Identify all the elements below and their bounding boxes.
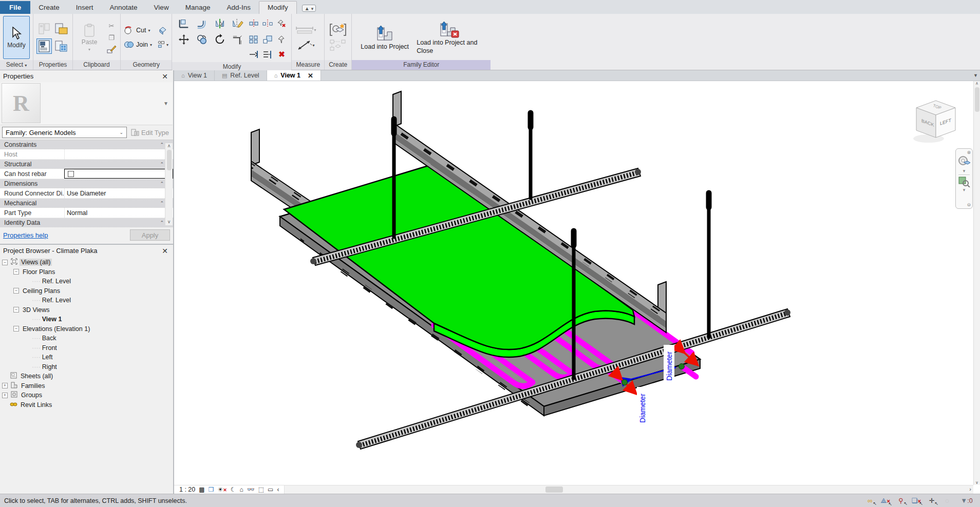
can-host-rebar-checkbox[interactable] <box>64 169 173 179</box>
tree-item-3d-views[interactable]: −3D Views <box>0 305 173 315</box>
family-category-icon[interactable] <box>36 21 52 36</box>
select-links-icon[interactable]: ∞↖ <box>865 497 875 504</box>
zoom-tool-icon[interactable] <box>958 176 970 187</box>
tree-item-back[interactable]: ····Back <box>0 334 173 343</box>
tree-item-ref-level-2[interactable]: ····Ref. Level <box>0 296 173 305</box>
view-tab-view1-active[interactable]: ⌂ View 1 ✕ <box>267 70 321 81</box>
load-into-project-button[interactable]: Load into Project <box>360 23 409 51</box>
select-by-face-icon[interactable]: ❏✕↖ <box>911 497 921 504</box>
panel-label-select[interactable]: Select ▾ <box>0 60 33 70</box>
project-browser-close-icon[interactable]: ✕ <box>160 247 170 255</box>
offset-icon[interactable] <box>196 18 208 29</box>
horizontal-scroll-thumb[interactable] <box>545 486 563 493</box>
crop-view-icon[interactable]: ⌂ <box>239 486 243 493</box>
match-type-brush-icon[interactable] <box>106 44 117 54</box>
edit-type-button[interactable]: Edit Type <box>129 129 171 136</box>
move-icon[interactable] <box>178 34 190 45</box>
view-tab-view1-inactive[interactable]: ⌂ View 1 <box>174 70 215 81</box>
copy-icon[interactable] <box>196 34 208 45</box>
view-scale[interactable]: 1 : 20 <box>179 486 195 493</box>
join-geometry-button[interactable]: Join▾ <box>124 40 152 49</box>
navigation-bar[interactable]: ⊗ ▾ ▾ ⊖ <box>955 148 973 209</box>
viewcube[interactable]: TOP BACK LEFT <box>909 96 966 148</box>
drag-on-selection-icon[interactable]: ✛↖ <box>927 497 937 504</box>
vertical-scrollbar[interactable]: ∧ ∨ <box>973 81 980 485</box>
reveal-constraints-icon[interactable]: ▭ <box>268 486 273 493</box>
collapse-control-bar-icon[interactable]: ‹ <box>277 486 279 493</box>
trim-extend-multiple-icon[interactable] <box>262 49 273 60</box>
select-underlay-icon[interactable]: ⟁✕↖ <box>880 497 891 505</box>
paint-geometry-icon[interactable] <box>157 25 168 35</box>
tab-manage[interactable]: Manage <box>177 2 219 14</box>
group-header[interactable]: Constraints <box>0 141 64 148</box>
cope-geometry-icon[interactable]: ▾ <box>157 40 168 50</box>
properties-help-link[interactable]: Properties help <box>3 231 48 239</box>
select-pinned-icon[interactable]: ⚲↖ <box>896 497 906 504</box>
tree-item-left[interactable]: ····Left <box>0 353 173 362</box>
tree-item-views-all[interactable]: −Views (all) <box>0 258 173 267</box>
properties-palette-icon[interactable] <box>36 38 52 54</box>
view-tab-list-icon[interactable]: ▼ <box>973 70 980 81</box>
view-tab-ref-level[interactable]: ▤ Ref. Level <box>215 70 267 81</box>
trim-extend-single-icon[interactable] <box>248 49 259 60</box>
create-similar-icon[interactable] <box>328 25 348 35</box>
scroll-down-icon[interactable]: ∨ <box>975 480 978 485</box>
copy-to-clipboard-icon[interactable]: ❐ <box>106 32 117 43</box>
group-header[interactable]: Structural <box>0 161 64 168</box>
tab-create[interactable]: Create <box>30 2 68 14</box>
tree-item-right[interactable]: ····Right <box>0 362 173 372</box>
mirror-draw-axis-icon[interactable] <box>232 18 243 29</box>
tree-item-floor-plans[interactable]: −Floor Plans <box>0 267 173 277</box>
tab-annotate[interactable]: Annotate <box>102 2 146 14</box>
group-header[interactable]: Dimensions <box>0 180 64 187</box>
scroll-up-icon[interactable]: ∧ <box>975 81 978 86</box>
family-types-icon[interactable] <box>54 38 69 54</box>
tree-item-view-1[interactable]: ····View 1 <box>0 315 173 324</box>
paste-button[interactable]: Paste ▾ <box>76 16 103 59</box>
param-value[interactable]: Normal <box>64 208 173 218</box>
tree-item-ceiling-plans[interactable]: −Ceiling Plans <box>0 286 173 296</box>
split-with-gap-icon[interactable] <box>262 18 273 29</box>
tree-item-elevations[interactable]: −Elevations (Elevation 1) <box>0 324 173 334</box>
tab-insert[interactable]: Insert <box>68 2 102 14</box>
properties-scrollbar[interactable]: ∧∨ <box>165 143 173 225</box>
navbar-close-icon[interactable]: ⊗ <box>967 150 972 155</box>
split-element-icon[interactable] <box>248 18 259 29</box>
load-into-project-close-button[interactable]: Load into Project and Close <box>417 18 482 55</box>
visual-style-icon[interactable]: ❒ <box>209 486 214 493</box>
tree-item-groups[interactable]: +Groups <box>0 391 173 400</box>
group-header[interactable]: Identity Data <box>0 219 64 226</box>
scale-icon[interactable] <box>262 34 273 45</box>
family-category-folder-icon[interactable] <box>54 21 69 36</box>
measure-between-references-icon[interactable]: ▾ <box>295 25 316 35</box>
sun-path-icon[interactable]: ☀✕ <box>217 486 227 493</box>
tab-file[interactable]: File <box>0 1 30 14</box>
tree-item-ref-level[interactable]: ····Ref. Level <box>0 277 173 286</box>
group-header[interactable]: Mechanical <box>0 200 64 207</box>
tree-item-families[interactable]: +Families <box>0 381 173 391</box>
cut-scissors-icon[interactable]: ✂ <box>106 21 117 31</box>
tree-item-front[interactable]: ····Front <box>0 343 173 353</box>
delete-icon[interactable]: ✖ <box>276 49 287 60</box>
shadows-icon[interactable]: ☾ <box>231 486 236 493</box>
selection-filter-icon[interactable]: ▼:0 <box>957 497 976 504</box>
pin-icon[interactable] <box>276 34 287 45</box>
create-group-icon[interactable] <box>328 40 348 50</box>
align-icon[interactable] <box>178 18 190 29</box>
family-3d-model[interactable]: Diameter Diameter <box>174 81 972 455</box>
ribbon-display-toggle[interactable]: ▲▾ <box>302 5 316 12</box>
mirror-pick-axis-icon[interactable] <box>214 18 225 29</box>
detail-level-icon[interactable]: ▩ <box>199 486 204 493</box>
cut-geometry-button[interactable]: Cut▾ <box>124 26 150 35</box>
close-view-icon[interactable]: ✕ <box>308 72 313 80</box>
tree-item-sheets[interactable]: Sheets (all) <box>0 372 173 381</box>
properties-close-icon[interactable]: ✕ <box>160 72 170 81</box>
param-value[interactable] <box>64 149 173 159</box>
preview-dropdown-icon[interactable]: ▼ <box>163 101 173 106</box>
diameter-label-2[interactable]: Diameter <box>664 345 674 382</box>
apply-button[interactable]: Apply <box>130 229 170 241</box>
aligned-dimension-icon[interactable]: ▾ <box>295 40 316 50</box>
modify-tool-button[interactable]: Modify <box>3 16 30 59</box>
navbar-expand-icon[interactable]: ▾ <box>963 168 966 173</box>
tab-addins[interactable]: Add-Ins <box>218 2 259 14</box>
